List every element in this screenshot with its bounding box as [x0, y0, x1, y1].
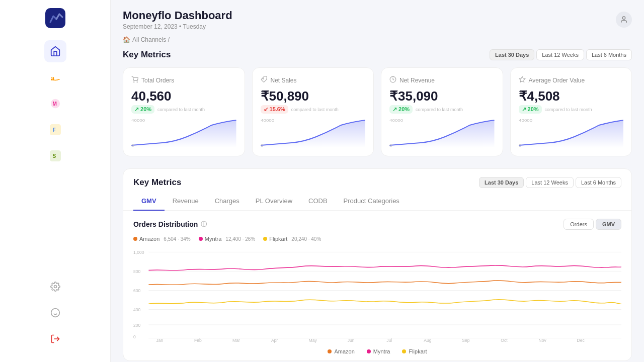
svg-text:40000: 40000 — [389, 118, 403, 123]
metric-compared-sales: compared to last month — [291, 107, 339, 112]
metric-label-sales: Net Sales — [271, 77, 297, 84]
series-label-amazon: Amazon 6,504 · 34% — [133, 236, 191, 242]
svg-text:a: a — [50, 74, 54, 82]
metric-card-total-orders: Total Orders 40,560 ↗ 20% compared to la… — [123, 67, 245, 156]
sidebar-item-settings[interactable] — [44, 276, 66, 298]
svg-text:Mar: Mar — [232, 338, 240, 343]
metric-cards: Total Orders 40,560 ↗ 20% compared to la… — [123, 67, 632, 156]
metric-header-revenue: Net Revenue — [389, 76, 495, 84]
flipkart-icon: F — [49, 124, 61, 136]
svg-text:0: 0 — [131, 143, 134, 148]
header: Moneyflo Dashboard September 12, 2023 • … — [123, 0, 632, 36]
svg-point-18 — [263, 78, 264, 79]
section1-time-filters: Last 30 Days Last 12 Weeks Last 6 Months — [490, 49, 632, 60]
sidebar-item-logout[interactable] — [44, 328, 66, 350]
metric-compared-orders: compared to last month — [157, 107, 205, 112]
sidebar-item-support[interactable] — [44, 302, 66, 324]
svg-text:S: S — [52, 153, 56, 159]
metric-label-revenue: Net Revenue — [399, 77, 435, 84]
metric-badge-row-orders: ↗ 20% compared to last month — [131, 105, 236, 114]
sidebar-item-amazon[interactable]: a — [44, 66, 66, 88]
filter-last-12-weeks[interactable]: Last 12 Weeks — [536, 49, 584, 60]
tab-codb[interactable]: CODB — [300, 192, 336, 211]
svg-text:600: 600 — [133, 288, 141, 293]
section2-time-filters: Last 30 Days Last 12 Weeks Last 6 Months — [479, 177, 621, 188]
svg-text:Dec: Dec — [577, 338, 585, 343]
filter-last-30-days[interactable]: Last 30 Days — [490, 49, 534, 60]
svg-text:Apr: Apr — [271, 338, 278, 343]
legend-label-amazon: Amazon — [334, 348, 354, 354]
sidebar-item-flipkart[interactable]: F — [44, 119, 66, 141]
svg-text:1,000: 1,000 — [133, 250, 144, 255]
s2-filter-last-6-months[interactable]: Last 6 Months — [576, 177, 621, 188]
tab-product-categories[interactable]: Product Categories — [336, 192, 408, 211]
tab-pl-overview[interactable]: PL Overview — [248, 192, 300, 211]
myntra-icon: M — [49, 98, 61, 110]
metric-badge-sales: ↙ 15.6% — [261, 105, 288, 114]
svg-point-15 — [137, 82, 137, 82]
sidebar-nav: a M F — [0, 40, 110, 276]
svg-text:F: F — [52, 127, 55, 133]
logout-icon — [49, 333, 61, 345]
legend-dot-myntra — [367, 349, 371, 353]
svg-text:May: May — [309, 338, 317, 343]
svg-text:40000: 40000 — [519, 118, 532, 123]
chart-btn-gmv[interactable]: GMV — [596, 219, 621, 230]
chart-legend: Amazon Myntra Flipkart — [133, 348, 621, 354]
legend-dot-amazon — [328, 349, 332, 353]
sidebar-item-myntra[interactable]: M — [44, 93, 66, 115]
svg-text:0: 0 — [261, 143, 263, 148]
svg-point-8 — [54, 286, 56, 288]
svg-text:40000: 40000 — [131, 118, 145, 123]
mini-chart-sales: 40000 0 — [261, 118, 366, 148]
svg-point-14 — [134, 82, 134, 82]
svg-text:800: 800 — [133, 269, 141, 274]
tab-gmv[interactable]: GMV — [133, 192, 165, 211]
tag-icon — [261, 76, 268, 84]
series-labels: Amazon 6,504 · 34% Myntra 12,400 · 26% F… — [133, 236, 621, 242]
section2-header: Key Metrics Last 30 Days Last 12 Weeks L… — [123, 169, 631, 188]
svg-text:0: 0 — [133, 334, 136, 339]
page-date: September 12, 2023 • Tuesday — [123, 23, 232, 30]
mini-chart-orders: 40000 0 — [131, 118, 236, 148]
svg-point-9 — [51, 309, 59, 317]
s2-filter-last-12-weeks[interactable]: Last 12 Weeks — [526, 177, 574, 188]
cart-icon — [131, 76, 138, 84]
app-logo — [45, 8, 65, 28]
s2-filter-last-30-days[interactable]: Last 30 Days — [479, 177, 524, 188]
filter-last-6-months[interactable]: Last 6 Months — [586, 49, 632, 60]
tab-charges[interactable]: Charges — [207, 192, 248, 211]
svg-text:Jun: Jun — [348, 338, 355, 343]
main-content: Moneyflo Dashboard September 12, 2023 • … — [111, 0, 644, 362]
metric-label-aov: Average Order Value — [529, 77, 585, 84]
chart-area: Orders Distribution ⓘ Orders GMV Amazon … — [123, 211, 631, 360]
legend-myntra: Myntra — [367, 348, 390, 354]
svg-text:M: M — [52, 101, 56, 107]
page-title: Moneyflo Dashboard — [123, 9, 232, 22]
svg-text:Jan: Jan — [156, 338, 163, 343]
metric-card-net-sales: Net Sales ₹50,890 ↙ 15.6% compared to la… — [252, 67, 374, 156]
svg-text:400: 400 — [133, 307, 141, 312]
svg-text:Nov: Nov — [538, 338, 546, 343]
shopify-icon: S — [49, 150, 61, 162]
legend-label-myntra: Myntra — [373, 348, 390, 354]
chart-title: Orders Distribution ⓘ — [133, 220, 207, 229]
gear-icon — [49, 281, 61, 293]
metric-header-sales: Net Sales — [261, 76, 366, 84]
svg-text:Sep: Sep — [462, 338, 469, 343]
metric-value-orders: 40,560 — [131, 88, 236, 104]
legend-label-flipkart: Flipkart — [409, 348, 427, 354]
sidebar-item-home[interactable] — [44, 40, 66, 62]
sidebar-bottom — [44, 276, 66, 354]
sidebar-item-shopify[interactable]: S — [44, 145, 66, 167]
orders-chart: 1,000 800 600 400 200 0 — [133, 245, 621, 345]
svg-text:Aug: Aug — [424, 338, 431, 343]
user-avatar[interactable] — [616, 12, 632, 28]
mini-chart-aov: 40000 0 — [519, 118, 624, 148]
section2-title: Key Metrics — [133, 177, 181, 188]
legend-dot-flipkart — [402, 349, 406, 353]
chart-btn-orders[interactable]: Orders — [564, 219, 594, 230]
tab-revenue[interactable]: Revenue — [165, 192, 207, 211]
metric-badge-aov: ↗ 20% — [519, 105, 542, 114]
svg-text:Jul: Jul — [386, 338, 392, 343]
